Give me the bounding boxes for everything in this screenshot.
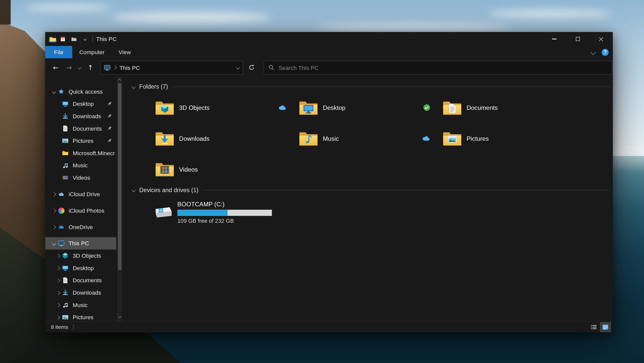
ribbon-tab-computer[interactable]: Computer [72,46,111,58]
downloads-icon [62,289,69,296]
desktop-icon [62,265,69,271]
sidebar-item-documents-pinned[interactable]: Documents [45,122,116,135]
screen: This PC File Computer View ? ← → ↑ [0,0,644,363]
scrollbar-thumb[interactable] [118,83,121,270]
collapse-icon[interactable] [52,192,56,196]
breadcrumb[interactable]: This PC [120,64,140,71]
minimize-icon [552,39,557,39]
sidebar-item-music-pc[interactable]: Music [45,299,116,311]
cloud [489,10,612,18]
status-separator [73,324,73,330]
sidebar-item-pictures-pc[interactable]: Pictures [45,311,116,321]
cloud [25,4,111,11]
tile-desktop[interactable]: Desktop [299,98,434,117]
tile-pictures[interactable]: Pictures [443,129,578,148]
sidebar-item-icloud-photos[interactable]: iCloud Photos [45,204,116,217]
ribbon-tab-view[interactable]: View [111,46,138,58]
collapse-icon[interactable] [52,209,56,213]
hard-drive-icon [153,204,173,221]
chevron-down-icon [78,66,82,69]
pictures-icon [62,137,69,144]
tile-3d-objects[interactable]: 3D Objects [155,98,291,117]
up-button[interactable]: ↑ [84,63,97,71]
sidebar-scrollbar[interactable] [117,77,122,321]
collapse-icon[interactable] [56,278,60,282]
help-button[interactable]: ? [602,49,609,56]
address-bar[interactable]: This PC [100,61,243,74]
expand-ribbon-button[interactable] [591,46,595,58]
search-box[interactable] [264,61,612,74]
icloud-drive-icon [58,191,65,197]
recent-locations-button[interactable] [75,66,84,69]
scroll-down-icon[interactable] [118,315,121,318]
tile-videos[interactable]: Videos [155,160,291,179]
sidebar-item-downloads-pinned[interactable]: Downloads [45,110,116,122]
folder-downloads-icon [155,131,174,146]
sidebar-item-icloud-drive[interactable]: iCloud Drive [45,188,116,200]
qat-new-folder-button[interactable] [69,34,79,44]
tile-downloads[interactable]: Downloads [155,129,291,148]
sidebar-item-downloads-pc[interactable]: Downloads [45,287,116,299]
group-header-folders[interactable]: Folders (7) [132,83,611,91]
minimize-button[interactable] [543,32,566,46]
folder-videos-icon [155,161,174,177]
breadcrumb-separator-icon [113,66,117,70]
this-pc-icon [58,240,65,247]
sidebar-item-desktop-pc[interactable]: Desktop [45,262,116,274]
collapse-icon[interactable] [56,291,60,295]
maximize-button[interactable] [566,32,589,46]
collapse-group-icon[interactable] [132,188,136,192]
drive-free-space: 109 GB free of 232 GB [177,217,272,225]
close-button[interactable] [589,32,613,46]
refresh-button[interactable] [243,65,260,71]
collapse-icon[interactable] [56,315,60,319]
sidebar-item-3d-objects[interactable]: 3D Objects [45,250,116,262]
qat-properties-button[interactable] [58,34,68,44]
pin-icon [107,113,112,119]
collapse-icon[interactable] [56,303,60,307]
scroll-up-icon[interactable] [118,79,121,82]
drive-bootcamp[interactable]: BOOTCAMP (C:) 109 GB free of 232 GB [153,201,611,225]
address-dropdown-icon[interactable] [236,66,240,70]
icloud-photos-icon [58,207,65,214]
documents-icon [62,125,69,132]
sidebar-item-this-pc[interactable]: This PC [45,237,116,250]
ribbon-tab-file[interactable]: File [45,46,72,58]
collapse-icon[interactable] [56,266,60,270]
desktop-icon [62,100,69,107]
search-input[interactable] [278,64,608,71]
sidebar-item-quick-access[interactable]: Quick access [45,85,116,98]
search-icon [268,65,274,71]
music-icon [62,302,69,308]
pin-icon [107,101,112,107]
sidebar-item-pictures-pinned[interactable]: Pictures [45,135,116,147]
collapse-group-icon[interactable] [132,85,136,89]
back-button[interactable]: ← [49,63,63,71]
large-icons-view-button[interactable] [600,322,610,331]
sidebar-item-documents-pc[interactable]: Documents [45,274,116,287]
sidebar-item-music-quick[interactable]: Music [45,159,116,172]
folder-desktop-icon [299,100,318,115]
sidebar-item-onedrive[interactable]: OneDrive [45,221,116,233]
titlebar[interactable]: This PC [45,32,613,46]
collapse-icon[interactable] [56,254,60,258]
sidebar-item-videos-quick[interactable]: Videos [45,172,116,184]
expand-icon[interactable] [52,89,56,93]
cloud [111,12,271,23]
chevron-down-icon [83,37,87,41]
sidebar-item-desktop-pinned[interactable]: Desktop [45,98,116,110]
sidebar-item-minecraft-folder[interactable]: Microsoft.Minecr [45,147,116,159]
group-header-devices[interactable]: Devices and drives (1) [132,186,611,194]
tile-documents[interactable]: Documents [443,98,578,117]
group-label: Folders (7) [139,83,168,90]
sync-ok-icon [423,104,430,111]
group-divider [173,86,610,87]
forward-button[interactable]: → [62,63,75,71]
details-view-button[interactable] [589,322,599,331]
qat-customize-toolbar-button[interactable] [80,34,90,44]
tile-music[interactable]: Music [299,129,434,148]
expand-icon[interactable] [52,241,56,245]
pin-icon [107,138,112,144]
collapse-icon[interactable] [52,225,56,229]
main-area: Quick access Desktop Downloads Documents [45,77,613,321]
